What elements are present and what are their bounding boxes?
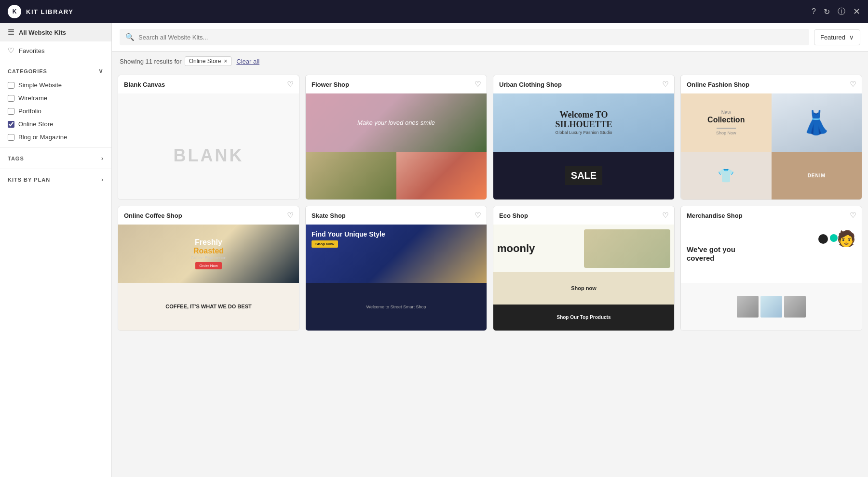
tags-chevron-icon: › [101,155,104,162]
content-area: 🔍 Featured ∨ Showing 11 results for Onli… [112,23,868,477]
categories-header[interactable]: CATEGORIES ∨ [0,60,111,79]
sort-label: Featured [820,34,845,41]
kit-card-header: Flower Shop ♡ [306,75,487,93]
fashion-right-bottom: DENIM [772,152,862,199]
kit-preview: We've got you covered 🧑 [681,225,862,331]
kit-preview: Welcome TOSILHOUETTE Global Luxury Fashi… [493,93,674,199]
close-icon[interactable]: ✕ [853,6,860,17]
filter-tag-label: Online Store [189,58,221,65]
urban-bottom: SALE [493,152,674,199]
kit-name: Online Fashion Shop [687,81,749,88]
kit-card-header: Urban Clothing Shop ♡ [493,75,674,93]
kits-by-plan-header[interactable]: KITS BY PLAN › [0,169,111,186]
heart-icon: ♡ [8,46,14,55]
kit-preview: New Collection Shop Now 👗 👕 DENIM [681,93,862,199]
top-bar-right: ? ↻ ⓘ ✕ [812,6,860,17]
merch-product-1 [737,296,759,318]
clear-all-button[interactable]: Clear all [236,58,259,65]
menu-icon: ☰ [8,28,14,37]
favorite-icon[interactable]: ♡ [850,80,856,89]
app-title: KIT LIBRARY [26,8,73,15]
eco-top-products: Shop Our Top Products [493,305,674,331]
sort-dropdown[interactable]: Featured ∨ [814,29,860,45]
kit-card-blank-canvas[interactable]: Blank Canvas ♡ BLANK [118,75,299,200]
category-blog-magazine[interactable]: Blog or Magazine [0,131,111,144]
coffee-top: Freshly Roasted Coffee Experience Order … [118,225,299,283]
help-icon[interactable]: ? [812,7,816,16]
category-online-store[interactable]: Online Store [0,118,111,131]
kit-preview: Make your loved ones smile [306,93,487,199]
search-icon: 🔍 [125,33,135,41]
kit-name: Skate Shop [312,212,346,219]
info-icon[interactable]: ⓘ [838,7,845,17]
kit-card-header: Skate Shop ♡ [306,206,487,225]
favorite-icon[interactable]: ♡ [662,211,668,220]
kit-card-coffee-shop[interactable]: Online Coffee Shop ♡ Freshly Roasted Cof… [118,206,299,331]
kit-card-urban-clothing[interactable]: Urban Clothing Shop ♡ Welcome TOSILHOUET… [493,75,675,200]
category-portfolio[interactable]: Portfolio [0,105,111,118]
eco-image [584,229,671,268]
sort-chevron-icon: ∨ [849,34,854,41]
favorite-icon[interactable]: ♡ [475,211,481,220]
flower-image-2 [396,152,487,199]
merch-decorative-circles [818,234,838,244]
skate-bottom: Welcome to Street Smart Shop [306,283,487,331]
category-simple-website[interactable]: Simple Website [0,79,111,92]
kits-by-plan-chevron-icon: › [101,176,104,183]
flower-image-1 [306,152,396,199]
kit-preview: moonly Shop now Shop Our Top Products [493,225,674,331]
kit-name: Eco Shop [499,212,528,219]
merch-products [737,296,806,318]
category-simple-website-checkbox[interactable] [8,82,14,89]
merch-product-3 [784,296,806,318]
filter-tag-online-store[interactable]: Online Store × [185,56,232,66]
kit-name: Merchandise Shop [687,212,743,219]
app-logo: K [8,5,21,18]
results-bar: Showing 11 results for Online Store × Cl… [112,52,868,71]
favorite-icon[interactable]: ♡ [850,211,856,220]
filter-tag-remove-icon[interactable]: × [224,58,227,65]
favorite-icon[interactable]: ♡ [287,211,293,220]
category-online-store-checkbox[interactable] [8,121,14,128]
categories-chevron-icon: ∨ [98,67,104,75]
tags-header[interactable]: TAGS › [0,147,111,165]
flower-top: Make your loved ones smile [306,93,487,152]
sidebar: ☰ All Website Kits ♡ Favorites CATEGORIE… [0,23,112,477]
fashion-left-top: New Collection Shop Now [681,93,772,152]
kit-card-flower-shop[interactable]: Flower Shop ♡ Make your loved ones smile [305,75,487,200]
main-layout: ☰ All Website Kits ♡ Favorites CATEGORIE… [0,23,868,477]
kit-name: Online Coffee Shop [124,212,182,219]
favorite-icon[interactable]: ♡ [475,80,481,89]
sidebar-item-favorites[interactable]: ♡ Favorites [0,41,111,60]
favorite-icon[interactable]: ♡ [287,80,293,89]
category-wireframe[interactable]: Wireframe [0,92,111,105]
kit-name: Flower Shop [312,81,349,88]
fashion-right-top: 👗 [772,93,862,152]
sidebar-item-all-kits[interactable]: ☰ All Website Kits [0,23,111,41]
search-input-wrap[interactable]: 🔍 [120,29,809,45]
kit-card-header: Merchandise Shop ♡ [681,206,862,225]
eco-bottom: Shop now Shop Our Top Products [493,272,674,331]
kit-card-header: Eco Shop ♡ [493,206,674,225]
top-bar: K KIT LIBRARY ? ↻ ⓘ ✕ [0,0,868,23]
category-portfolio-checkbox[interactable] [8,108,14,115]
kit-card-skate-shop[interactable]: Skate Shop ♡ Find Your Unique Style Shop… [305,206,487,331]
category-wireframe-checkbox[interactable] [8,95,14,102]
merch-person-icon: 🧑 [837,229,856,248]
kit-name: Blank Canvas [124,81,165,88]
flower-bottom [306,152,487,199]
refresh-icon[interactable]: ↻ [824,7,830,16]
kit-card-merchandise-shop[interactable]: Merchandise Shop ♡ We've got you covered [680,206,862,331]
merch-bottom [681,283,862,331]
merch-product-2 [760,296,782,318]
top-bar-left: K KIT LIBRARY [8,5,73,18]
kit-card-header: Blank Canvas ♡ [118,75,299,93]
kit-card-eco-shop[interactable]: Eco Shop ♡ moonly Shop now [493,206,675,331]
search-input[interactable] [138,34,803,41]
coffee-bottom: COFFEE, IT'S WHAT WE DO BEST [118,283,299,331]
favorite-icon[interactable]: ♡ [662,80,668,89]
showing-text: Showing 11 results for [120,58,182,65]
urban-top: Welcome TOSILHOUETTE Global Luxury Fashi… [493,93,674,152]
category-blog-magazine-checkbox[interactable] [8,134,14,141]
kit-card-online-fashion[interactable]: Online Fashion Shop ♡ New Collection Sho… [680,75,862,200]
